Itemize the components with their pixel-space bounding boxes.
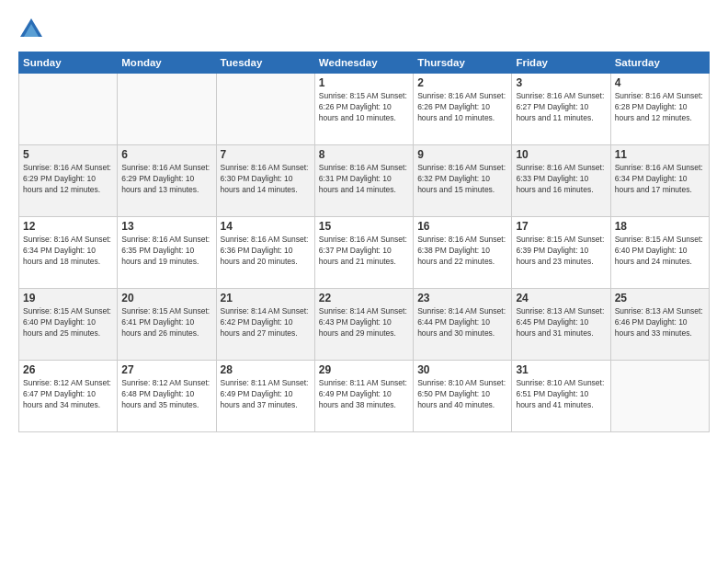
day-number: 2 xyxy=(417,76,507,89)
calendar-cell: 27Sunrise: 8:12 AM Sunset: 6:48 PM Dayli… xyxy=(118,361,216,432)
calendar-cell: 5Sunrise: 8:16 AM Sunset: 6:29 PM Daylig… xyxy=(19,145,118,217)
day-info: Sunrise: 8:14 AM Sunset: 6:42 PM Dayligh… xyxy=(221,306,311,339)
day-info: Sunrise: 8:12 AM Sunset: 6:48 PM Dayligh… xyxy=(121,378,211,411)
calendar-cell: 30Sunrise: 8:10 AM Sunset: 6:50 PM Dayli… xyxy=(414,361,512,432)
calendar-cell: 17Sunrise: 8:15 AM Sunset: 6:39 PM Dayli… xyxy=(512,217,610,289)
calendar-cell: 10Sunrise: 8:16 AM Sunset: 6:33 PM Dayli… xyxy=(512,145,610,217)
logo-icon xyxy=(18,17,44,42)
day-number: 15 xyxy=(319,220,409,233)
calendar-cell: 13Sunrise: 8:16 AM Sunset: 6:35 PM Dayli… xyxy=(118,217,216,289)
day-number: 3 xyxy=(516,76,606,89)
day-number: 30 xyxy=(417,363,507,376)
calendar-cell: 3Sunrise: 8:16 AM Sunset: 6:27 PM Daylig… xyxy=(512,74,610,145)
calendar-cell: 26Sunrise: 8:12 AM Sunset: 6:47 PM Dayli… xyxy=(19,361,118,432)
calendar-cell: 22Sunrise: 8:14 AM Sunset: 6:43 PM Dayli… xyxy=(314,289,413,361)
day-info: Sunrise: 8:15 AM Sunset: 6:39 PM Dayligh… xyxy=(516,235,606,268)
day-number: 12 xyxy=(23,220,113,233)
day-number: 26 xyxy=(23,363,113,376)
day-info: Sunrise: 8:16 AM Sunset: 6:32 PM Dayligh… xyxy=(417,163,507,196)
day-info: Sunrise: 8:16 AM Sunset: 6:30 PM Dayligh… xyxy=(221,163,311,196)
day-number: 11 xyxy=(615,148,705,161)
day-number: 16 xyxy=(417,220,507,233)
day-number: 6 xyxy=(121,148,211,161)
calendar-cell: 6Sunrise: 8:16 AM Sunset: 6:29 PM Daylig… xyxy=(118,145,216,217)
day-number: 18 xyxy=(615,220,705,233)
calendar-cell: 25Sunrise: 8:13 AM Sunset: 6:46 PM Dayli… xyxy=(610,289,709,361)
day-info: Sunrise: 8:16 AM Sunset: 6:27 PM Dayligh… xyxy=(516,91,606,124)
day-info: Sunrise: 8:15 AM Sunset: 6:40 PM Dayligh… xyxy=(615,235,705,268)
day-info: Sunrise: 8:14 AM Sunset: 6:43 PM Dayligh… xyxy=(319,306,409,339)
calendar-cell: 11Sunrise: 8:16 AM Sunset: 6:34 PM Dayli… xyxy=(610,145,709,217)
calendar-cell: 14Sunrise: 8:16 AM Sunset: 6:36 PM Dayli… xyxy=(216,217,314,289)
day-info: Sunrise: 8:16 AM Sunset: 6:34 PM Dayligh… xyxy=(23,235,113,268)
day-number: 1 xyxy=(319,76,409,89)
calendar-cell: 28Sunrise: 8:11 AM Sunset: 6:49 PM Dayli… xyxy=(216,361,314,432)
header xyxy=(18,17,710,42)
day-number: 4 xyxy=(615,76,705,89)
day-info: Sunrise: 8:16 AM Sunset: 6:37 PM Dayligh… xyxy=(319,235,409,268)
calendar-cell: 7Sunrise: 8:16 AM Sunset: 6:30 PM Daylig… xyxy=(216,145,314,217)
day-info: Sunrise: 8:16 AM Sunset: 6:36 PM Dayligh… xyxy=(221,235,311,268)
day-info: Sunrise: 8:13 AM Sunset: 6:45 PM Dayligh… xyxy=(516,306,606,339)
calendar-header-sunday: Sunday xyxy=(19,52,118,74)
day-info: Sunrise: 8:16 AM Sunset: 6:34 PM Dayligh… xyxy=(615,163,705,196)
calendar-week-2: 5Sunrise: 8:16 AM Sunset: 6:29 PM Daylig… xyxy=(19,145,710,217)
day-number: 22 xyxy=(319,292,409,304)
calendar-cell: 4Sunrise: 8:16 AM Sunset: 6:28 PM Daylig… xyxy=(610,74,709,145)
calendar-cell xyxy=(216,74,314,145)
day-number: 19 xyxy=(23,292,113,304)
day-number: 5 xyxy=(23,148,113,161)
day-info: Sunrise: 8:10 AM Sunset: 6:50 PM Dayligh… xyxy=(417,378,507,411)
day-info: Sunrise: 8:15 AM Sunset: 6:41 PM Dayligh… xyxy=(121,306,211,339)
calendar-header-wednesday: Wednesday xyxy=(314,52,413,74)
calendar-week-3: 12Sunrise: 8:16 AM Sunset: 6:34 PM Dayli… xyxy=(19,217,710,289)
calendar-cell: 15Sunrise: 8:16 AM Sunset: 6:37 PM Dayli… xyxy=(314,217,413,289)
day-info: Sunrise: 8:15 AM Sunset: 6:26 PM Dayligh… xyxy=(319,91,409,124)
calendar-cell: 1Sunrise: 8:15 AM Sunset: 6:26 PM Daylig… xyxy=(314,74,413,145)
calendar-header-friday: Friday xyxy=(512,52,610,74)
day-number: 9 xyxy=(417,148,507,161)
calendar-week-5: 26Sunrise: 8:12 AM Sunset: 6:47 PM Dayli… xyxy=(19,361,710,432)
day-number: 24 xyxy=(516,292,606,304)
calendar-header-saturday: Saturday xyxy=(610,52,709,74)
day-number: 8 xyxy=(319,148,409,161)
calendar-header-row: SundayMondayTuesdayWednesdayThursdayFrid… xyxy=(19,52,710,74)
calendar-cell: 2Sunrise: 8:16 AM Sunset: 6:26 PM Daylig… xyxy=(414,74,512,145)
day-number: 17 xyxy=(516,220,606,233)
calendar-week-4: 19Sunrise: 8:15 AM Sunset: 6:40 PM Dayli… xyxy=(19,289,710,361)
day-number: 7 xyxy=(221,148,311,161)
day-info: Sunrise: 8:16 AM Sunset: 6:29 PM Dayligh… xyxy=(23,163,113,196)
calendar-header-tuesday: Tuesday xyxy=(216,52,314,74)
calendar-cell: 31Sunrise: 8:10 AM Sunset: 6:51 PM Dayli… xyxy=(512,361,610,432)
day-info: Sunrise: 8:10 AM Sunset: 6:51 PM Dayligh… xyxy=(516,378,606,411)
day-number: 27 xyxy=(121,363,211,376)
calendar-header-thursday: Thursday xyxy=(414,52,512,74)
logo xyxy=(18,17,48,42)
calendar-cell: 8Sunrise: 8:16 AM Sunset: 6:31 PM Daylig… xyxy=(314,145,413,217)
day-number: 29 xyxy=(319,363,409,376)
calendar-cell: 23Sunrise: 8:14 AM Sunset: 6:44 PM Dayli… xyxy=(414,289,512,361)
calendar-cell: 16Sunrise: 8:16 AM Sunset: 6:38 PM Dayli… xyxy=(414,217,512,289)
day-number: 13 xyxy=(121,220,211,233)
calendar-cell: 19Sunrise: 8:15 AM Sunset: 6:40 PM Dayli… xyxy=(19,289,118,361)
day-info: Sunrise: 8:16 AM Sunset: 6:29 PM Dayligh… xyxy=(121,163,211,196)
day-info: Sunrise: 8:16 AM Sunset: 6:38 PM Dayligh… xyxy=(417,235,507,268)
calendar-cell: 18Sunrise: 8:15 AM Sunset: 6:40 PM Dayli… xyxy=(610,217,709,289)
calendar-cell xyxy=(19,74,118,145)
day-number: 21 xyxy=(221,292,311,304)
day-info: Sunrise: 8:13 AM Sunset: 6:46 PM Dayligh… xyxy=(615,306,705,339)
day-number: 28 xyxy=(221,363,311,376)
calendar-cell: 21Sunrise: 8:14 AM Sunset: 6:42 PM Dayli… xyxy=(216,289,314,361)
calendar-header-monday: Monday xyxy=(118,52,216,74)
day-info: Sunrise: 8:16 AM Sunset: 6:26 PM Dayligh… xyxy=(417,91,507,124)
day-info: Sunrise: 8:16 AM Sunset: 6:31 PM Dayligh… xyxy=(319,163,409,196)
day-number: 31 xyxy=(516,363,606,376)
calendar-cell: 29Sunrise: 8:11 AM Sunset: 6:49 PM Dayli… xyxy=(314,361,413,432)
calendar-cell: 24Sunrise: 8:13 AM Sunset: 6:45 PM Dayli… xyxy=(512,289,610,361)
day-info: Sunrise: 8:11 AM Sunset: 6:49 PM Dayligh… xyxy=(319,378,409,411)
day-info: Sunrise: 8:16 AM Sunset: 6:33 PM Dayligh… xyxy=(516,163,606,196)
day-info: Sunrise: 8:16 AM Sunset: 6:28 PM Dayligh… xyxy=(615,91,705,124)
day-info: Sunrise: 8:11 AM Sunset: 6:49 PM Dayligh… xyxy=(221,378,311,411)
calendar-cell: 9Sunrise: 8:16 AM Sunset: 6:32 PM Daylig… xyxy=(414,145,512,217)
calendar-cell: 12Sunrise: 8:16 AM Sunset: 6:34 PM Dayli… xyxy=(19,217,118,289)
